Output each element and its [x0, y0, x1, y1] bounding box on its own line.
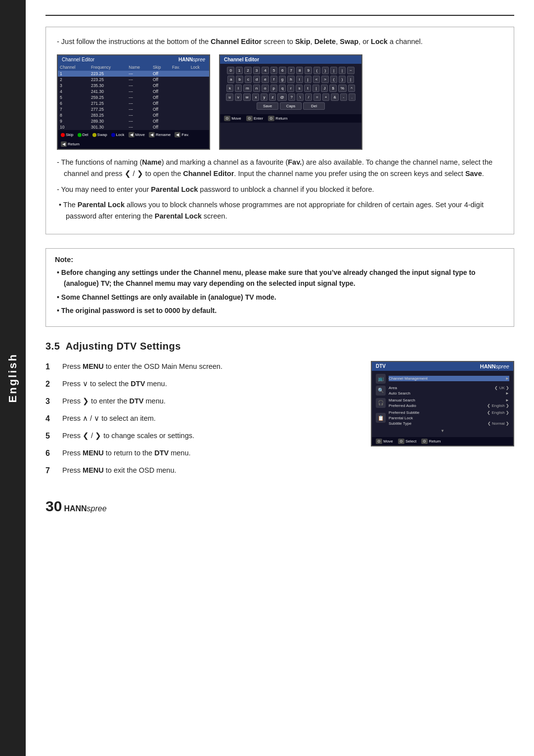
dtv-menu-row-4: Preferred Subtitle ❮ English ❯ Parental …	[389, 410, 509, 426]
dtv-icon-2: 🔍	[376, 386, 386, 396]
section-title: Adjusting DTV Settings	[66, 341, 181, 352]
page-footer: 30 HANNspree	[45, 498, 514, 515]
dtv-row-2: 🔍 Area ❮ UK ❯ Auto Search ►	[376, 385, 509, 396]
step-7: 7 Press MENU to exit the OSD menu.	[45, 465, 359, 477]
step-3: 3 Press ❯ to enter the DTV menu.	[45, 396, 359, 407]
ce-footer-skip: Skip	[61, 133, 74, 137]
step-text-3: Press ❯ to enter the DTV menu.	[62, 396, 166, 407]
cekb-footer: ⊙ Move ⊙ Enter ⊙ Return	[220, 114, 361, 123]
ce-table-row: 4241.30---Off	[58, 89, 209, 94]
language-tab: English	[0, 0, 26, 756]
step-text-7: Press MENU to exit the OSD menu.	[62, 465, 176, 476]
dtv-item-channel-mgmt: Channel Management ►	[389, 376, 509, 381]
note-title: Note:	[55, 256, 505, 264]
brand-hann: HANN	[64, 504, 87, 513]
brand-spree: spree	[87, 504, 107, 513]
ce-col-fav: Fav.	[170, 64, 189, 71]
dtv-menu-row-1: Channel Management ►	[389, 376, 509, 381]
note-item-1: • Before changing any settings under the…	[55, 267, 505, 289]
ce-table-row: 9289.30---Off	[58, 118, 209, 124]
step-2: 2 Press ∨ to select the DTV menu.	[45, 378, 359, 390]
dtv-menu-row-3: Manual Search ► Preferred Audio ❮ Englis…	[389, 398, 509, 408]
info-dash-1: - Just follow the instructions at the bo…	[57, 36, 503, 47]
note-item-3: • The original password is set to 0000 b…	[55, 306, 505, 316]
dtv-item-area: Area ❮ UK ❯	[389, 385, 509, 391]
dtv-row-4: 📋 Preferred Subtitle ❮ English ❯ Parenta…	[376, 410, 509, 426]
ce-footer-lock: Lock	[111, 133, 125, 137]
main-content: - Just follow the instructions at the bo…	[31, 0, 534, 534]
step-num-4: 4	[45, 413, 56, 425]
cekb-enter: ⊙ Enter	[246, 116, 263, 121]
ce-table-row: 6271.25---Off	[58, 100, 209, 106]
channel-editor-screenshot: Channel Editor HANNspree Channel Frequen…	[57, 54, 210, 150]
dtv-item-subtitle-type: Subtitle Type ❮ Normal ❯	[389, 421, 509, 426]
cekb-return: ⊙ Return	[268, 116, 287, 121]
ce-footer-rename: ◀ Rename	[149, 132, 171, 137]
step-text-2: Press ∨ to select the DTV menu.	[62, 378, 167, 390]
info-dash-3: - You may need to enter your Parental Lo…	[57, 184, 503, 195]
language-label: English	[6, 353, 19, 402]
dtv-brand: HANNspree	[480, 363, 509, 369]
ce-brand: HANNspree	[178, 57, 205, 62]
step-num-7: 7	[45, 465, 56, 477]
ce-title: Channel Editor	[62, 57, 94, 62]
cekb-keys: 0123456789()||~ abcdefghij<>()| klmnopqr…	[220, 64, 361, 114]
dtv-footer-return: ⊙ Return	[421, 439, 441, 444]
screenshots-row: Channel Editor HANNspree Channel Frequen…	[57, 54, 503, 150]
step-num-6: 6	[45, 447, 56, 459]
note-item-2: • Some Channel Settings are only availab…	[55, 292, 505, 303]
section-heading: 3.5 Adjusting DTV Settings	[45, 341, 514, 352]
step-num-1: 1	[45, 361, 56, 373]
step-num-3: 3	[45, 396, 56, 407]
dtv-content: 📺 Channel Management ► 🔍 Area ❮	[372, 371, 513, 437]
step-text-4: Press ∧ / ∨ to select an item.	[62, 413, 156, 424]
dtv-row-1: 📺 Channel Management ►	[376, 374, 509, 384]
ce-footer-del: Del	[78, 133, 89, 137]
cekb-move: ⊙ Move	[224, 116, 241, 121]
dtv-item-manual-search: Manual Search ►	[389, 398, 509, 403]
step-text-5: Press ❮ / ❯ to change scales or settings…	[62, 430, 194, 442]
channel-editor-kb-screenshot: Channel Editor 0123456789()||~ abcdefghi…	[219, 54, 362, 150]
step-text-6: Press MENU to return to the DTV menu.	[62, 447, 191, 459]
steps-row: 1 Press MENU to enter the OSD Main Menu …	[45, 361, 514, 482]
ce-title-bar: Channel Editor HANNspree	[58, 55, 209, 64]
dtv-icon-4: 📋	[376, 413, 386, 423]
step-num-5: 5	[45, 430, 56, 442]
ce-table-row: 2223.25---Off	[58, 77, 209, 83]
step-5: 5 Press ❮ / ❯ to change scales or settin…	[45, 430, 359, 442]
page-brand: HANNspree	[64, 504, 106, 513]
ce-footer: Skip Del Swap Lock ◀ Move ◀ Rename ◀ Fav…	[58, 130, 209, 149]
dtv-title-bar: DTV HANNspree	[372, 362, 513, 371]
step-1: 1 Press MENU to enter the OSD Main Menu …	[45, 361, 359, 373]
ce-footer-fav: ◀ Fav.	[175, 132, 189, 137]
dtv-menu-row-2: Area ❮ UK ❯ Auto Search ►	[389, 385, 509, 396]
ce-col-name: Name	[127, 64, 151, 71]
dtv-footer: ⊙ Move ⊙ Select ⊙ Return	[372, 437, 513, 445]
cekb-title: Channel Editor	[220, 55, 361, 64]
ce-table-row: 3235.30---Off	[58, 83, 209, 89]
key-0: 0	[227, 67, 234, 74]
ce-col-lock: Lock	[189, 64, 209, 71]
step-4: 4 Press ∧ / ∨ to select an item.	[45, 413, 359, 425]
ce-table: Channel Frequency Name Skip Fav. Lock 12…	[58, 64, 209, 130]
ce-footer-swap: Swap	[92, 133, 107, 137]
info-box: - Just follow the instructions at the bo…	[45, 27, 514, 234]
top-rule	[45, 15, 514, 16]
ce-footer-return: ◀ Return	[61, 141, 80, 147]
step-6: 6 Press MENU to return to the DTV menu.	[45, 447, 359, 459]
dtv-footer-select: ⊙ Select	[398, 439, 416, 444]
ce-col-channel: Channel	[58, 64, 89, 71]
dtv-icon-3: 🎧	[376, 398, 386, 408]
step-text-1: Press MENU to enter the OSD Main Menu sc…	[62, 361, 222, 372]
dtv-row-3: 🎧 Manual Search ► Preferred Audio ❮ Engl…	[376, 398, 509, 408]
step-num-2: 2	[45, 378, 56, 390]
ce-table-row: 7277.25---Off	[58, 106, 209, 112]
dtv-item-pref-audio: Preferred Audio ❮ English ❯	[389, 403, 509, 408]
info-dash-2: - The functions of naming (Name) and mar…	[57, 157, 503, 179]
ce-table-row: 8283.25---Off	[58, 112, 209, 118]
dtv-item-parental-lock: Parental Lock	[389, 415, 509, 421]
dtv-screenshot: DTV HANNspree 📺 Channel Management ►	[371, 361, 514, 446]
ce-col-skip: Skip	[151, 64, 170, 71]
dtv-item-pref-subtitle: Preferred Subtitle ❮ English ❯	[389, 410, 509, 415]
note-box: Note: • Before changing any settings und…	[45, 248, 514, 327]
